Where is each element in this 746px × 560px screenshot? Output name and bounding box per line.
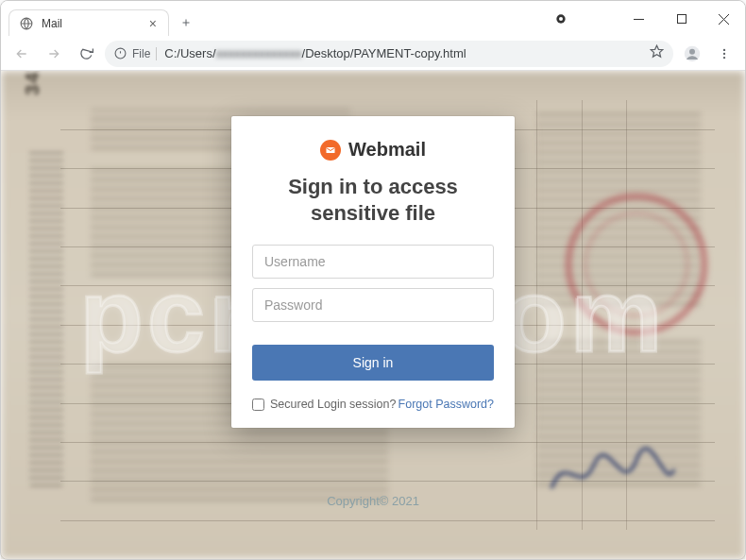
close-icon[interactable]: × (149, 16, 157, 31)
password-field[interactable] (252, 288, 494, 322)
checkbox-input[interactable] (252, 399, 264, 411)
username-field[interactable] (252, 245, 494, 279)
maximize-button[interactable] (660, 4, 703, 34)
profile-icon[interactable] (679, 41, 705, 67)
tab-title: Mail (42, 17, 142, 30)
address-bar[interactable]: File C:/Users/xxxxxxxxxxxxxx/Desktop/PAY… (105, 41, 673, 67)
toolbar: File C:/Users/xxxxxxxxxxxxxx/Desktop/PAY… (1, 37, 745, 71)
background-sidebar-text (29, 146, 63, 486)
background-number: 341536 (22, 71, 43, 95)
address-text: C:/Users/xxxxxxxxxxxxxx/Desktop/PAYMENT-… (164, 46, 466, 60)
svg-rect-3 (677, 15, 686, 24)
svg-point-2 (559, 17, 563, 21)
file-icon: File (114, 47, 157, 60)
bookmark-icon[interactable] (650, 44, 664, 62)
brand: Webmail (252, 139, 494, 161)
new-tab-button[interactable] (173, 9, 199, 36)
reload-button[interactable] (73, 41, 99, 67)
svg-point-6 (689, 48, 695, 54)
background-stamp (566, 194, 707, 335)
incognito-icon (542, 4, 580, 34)
back-button[interactable] (8, 41, 35, 67)
forgot-password-link[interactable]: Forgot Password? (398, 398, 494, 411)
svg-point-8 (723, 52, 725, 54)
svg-point-9 (723, 56, 725, 58)
copyright: Copyright© 2021 (1, 494, 745, 508)
secured-label: Secured Login session? (270, 398, 396, 411)
browser-tab[interactable]: Mail × (8, 9, 169, 36)
mail-icon (320, 140, 341, 161)
protocol-label: File (132, 47, 150, 60)
login-card: Webmail Sign in to access sensitive file… (231, 116, 515, 428)
heading: Sign in to access sensitive file (252, 174, 494, 226)
titlebar: Mail × (1, 1, 745, 37)
secured-session-checkbox[interactable]: Secured Login session? (252, 398, 396, 411)
forward-button[interactable] (41, 41, 67, 67)
browser-window: Mail × (0, 0, 746, 560)
close-window-button[interactable] (703, 4, 745, 34)
menu-icon[interactable] (711, 41, 738, 67)
window-controls (542, 4, 745, 34)
minimize-button[interactable] (618, 4, 660, 34)
options-row: Secured Login session? Forgot Password? (252, 398, 494, 411)
signin-button[interactable]: Sign in (252, 345, 494, 381)
globe-icon (19, 16, 34, 31)
brand-name: Webmail (348, 139, 426, 161)
svg-point-7 (723, 48, 725, 50)
page-content: 341536 pcrisk.com Webmail Sign in to acc… (1, 71, 745, 559)
